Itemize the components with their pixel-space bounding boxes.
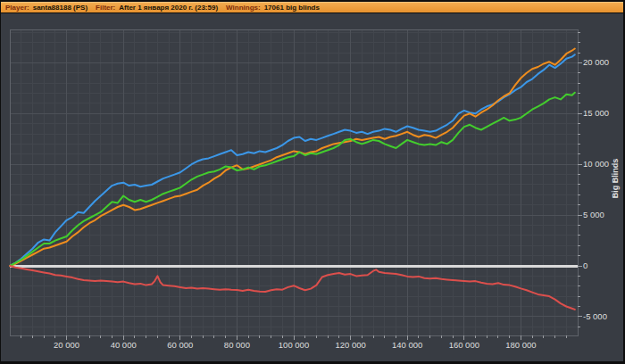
y-tick-label: 20 000 xyxy=(583,57,609,67)
chart-panel: 20 00040 00060 00080 000100 000120 00014… xyxy=(1,13,623,361)
winnings-label: Winnings: xyxy=(226,4,261,12)
player-stat: Player:santa88188 (PS) xyxy=(5,3,88,13)
filter-label: Filter: xyxy=(96,4,115,12)
x-tick-label: 60 000 xyxy=(167,340,193,350)
filter-value: After 1 января 2020 г. (23:59) xyxy=(119,4,218,12)
filter-stat: Filter:After 1 января 2020 г. (23:59) xyxy=(96,3,218,13)
y-tick-label: -5 000 xyxy=(583,311,607,321)
player-value: santa88188 (PS) xyxy=(33,4,88,12)
x-tick-label: 180 000 xyxy=(505,340,536,350)
x-tick-label: 80 000 xyxy=(224,340,250,350)
stats-header: Player:santa88188 (PS)Filter:After 1 янв… xyxy=(1,2,623,12)
x-tick-label: 20 000 xyxy=(54,340,79,350)
y-axis-title: Big Blinds xyxy=(611,138,621,219)
x-tick-label: 140 000 xyxy=(392,340,422,350)
winnings-value: 17061 big blinds xyxy=(264,4,320,12)
player-label: Player: xyxy=(5,4,29,12)
graph-window: Player:santa88188 (PS)Filter:After 1 янв… xyxy=(0,0,625,364)
x-tick-label: 40 000 xyxy=(111,340,137,350)
y-tick-label: 15 000 xyxy=(583,108,609,118)
x-tick-label: 120 000 xyxy=(335,340,365,350)
winnings-stat: Winnings:17061 big blinds xyxy=(226,3,320,13)
x-tick-label: 160 000 xyxy=(449,340,479,350)
y-tick-label: 10 000 xyxy=(583,159,609,169)
x-tick-label: 100 000 xyxy=(279,340,309,350)
y-tick-label: 0 xyxy=(583,261,588,270)
winnings-graph: 20 00040 00060 00080 000100 000120 00014… xyxy=(1,13,623,361)
y-tick-label: 5 000 xyxy=(583,210,604,219)
